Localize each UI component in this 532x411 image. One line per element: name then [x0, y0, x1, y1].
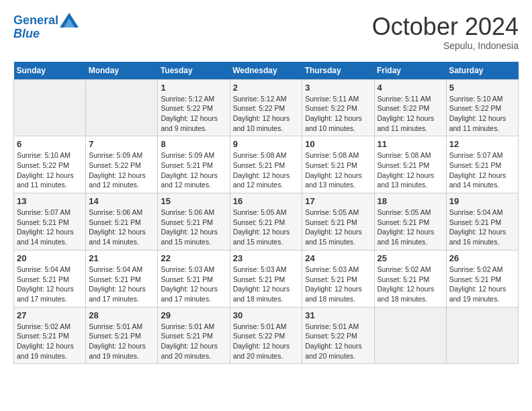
- day-detail: Sunrise: 5:04 AMSunset: 5:21 PMDaylight:…: [89, 265, 154, 304]
- day-number: 22: [161, 253, 226, 263]
- day-number: 5: [449, 83, 515, 93]
- day-number: 19: [449, 196, 515, 206]
- day-detail: Sunrise: 5:08 AMSunset: 5:21 PMDaylight:…: [378, 150, 443, 190]
- calendar-cell: [86, 79, 158, 136]
- day-detail: Sunrise: 5:12 AMSunset: 5:22 PMDaylight:…: [161, 94, 226, 134]
- day-detail: Sunrise: 5:02 AMSunset: 5:21 PMDaylight:…: [449, 265, 515, 304]
- day-number: 24: [305, 253, 371, 263]
- day-number: 8: [161, 139, 226, 149]
- month-title: October 2024: [372, 13, 519, 40]
- day-number: 26: [449, 253, 515, 263]
- weekday-header-sunday: Sunday: [14, 62, 86, 80]
- weekday-header-saturday: Saturday: [446, 62, 518, 80]
- day-detail: Sunrise: 5:03 AMSunset: 5:21 PMDaylight:…: [233, 265, 300, 304]
- day-detail: Sunrise: 5:05 AMSunset: 5:21 PMDaylight:…: [305, 208, 371, 247]
- day-number: 12: [449, 139, 515, 149]
- calendar-cell: 4Sunrise: 5:11 AMSunset: 5:22 PMDaylight…: [374, 79, 446, 136]
- calendar-week-4: 20Sunrise: 5:04 AMSunset: 5:21 PMDayligh…: [14, 250, 519, 307]
- logo-icon: [60, 13, 79, 28]
- day-detail: Sunrise: 5:04 AMSunset: 5:21 PMDaylight:…: [17, 265, 83, 304]
- day-number: 14: [89, 196, 154, 206]
- day-detail: Sunrise: 5:06 AMSunset: 5:21 PMDaylight:…: [89, 208, 154, 247]
- weekday-header-monday: Monday: [86, 62, 158, 80]
- page-header: General Blue October 2024 Sepulu, Indone…: [13, 13, 519, 51]
- calendar-cell: 23Sunrise: 5:03 AMSunset: 5:21 PMDayligh…: [230, 250, 302, 307]
- day-detail: Sunrise: 5:02 AMSunset: 5:21 PMDaylight:…: [17, 322, 83, 361]
- day-detail: Sunrise: 5:11 AMSunset: 5:22 PMDaylight:…: [305, 94, 371, 134]
- day-number: 17: [305, 196, 371, 206]
- calendar-cell: 12Sunrise: 5:07 AMSunset: 5:21 PMDayligh…: [446, 136, 518, 193]
- calendar-week-2: 6Sunrise: 5:10 AMSunset: 5:22 PMDaylight…: [14, 136, 519, 193]
- calendar-cell: 27Sunrise: 5:02 AMSunset: 5:21 PMDayligh…: [14, 307, 86, 364]
- day-detail: Sunrise: 5:03 AMSunset: 5:21 PMDaylight:…: [305, 265, 371, 304]
- day-number: 10: [305, 139, 371, 149]
- calendar-cell: 16Sunrise: 5:05 AMSunset: 5:21 PMDayligh…: [230, 193, 302, 250]
- calendar-cell: 11Sunrise: 5:08 AMSunset: 5:21 PMDayligh…: [374, 136, 446, 193]
- day-number: 20: [17, 253, 83, 263]
- day-detail: Sunrise: 5:11 AMSunset: 5:22 PMDaylight:…: [378, 94, 443, 134]
- logo-blue-text: Blue: [13, 27, 79, 42]
- day-number: 29: [161, 310, 226, 320]
- day-number: 6: [17, 139, 83, 149]
- calendar-cell: 1Sunrise: 5:12 AMSunset: 5:22 PMDaylight…: [158, 79, 230, 136]
- calendar-cell: 31Sunrise: 5:01 AMSunset: 5:22 PMDayligh…: [302, 307, 374, 364]
- logo: General Blue: [13, 13, 79, 41]
- day-number: 31: [305, 310, 371, 320]
- calendar-cell: [446, 307, 518, 364]
- calendar-cell: [14, 79, 86, 136]
- day-number: 30: [233, 310, 300, 320]
- day-number: 27: [17, 310, 83, 320]
- weekday-header-friday: Friday: [374, 62, 446, 80]
- day-detail: Sunrise: 5:09 AMSunset: 5:22 PMDaylight:…: [89, 150, 154, 190]
- calendar-week-1: 1Sunrise: 5:12 AMSunset: 5:22 PMDaylight…: [14, 79, 519, 136]
- calendar-cell: 2Sunrise: 5:12 AMSunset: 5:22 PMDaylight…: [230, 79, 302, 136]
- day-detail: Sunrise: 5:10 AMSunset: 5:22 PMDaylight:…: [17, 150, 83, 190]
- day-detail: Sunrise: 5:03 AMSunset: 5:21 PMDaylight:…: [161, 265, 226, 304]
- day-detail: Sunrise: 5:05 AMSunset: 5:21 PMDaylight:…: [233, 208, 300, 247]
- day-number: 21: [89, 253, 154, 263]
- day-number: 15: [161, 196, 226, 206]
- calendar-cell: 3Sunrise: 5:11 AMSunset: 5:22 PMDaylight…: [302, 79, 374, 136]
- day-detail: Sunrise: 5:02 AMSunset: 5:21 PMDaylight:…: [378, 265, 443, 304]
- day-detail: Sunrise: 5:01 AMSunset: 5:21 PMDaylight:…: [161, 322, 226, 361]
- day-detail: Sunrise: 5:10 AMSunset: 5:22 PMDaylight:…: [449, 94, 515, 134]
- calendar-cell: 9Sunrise: 5:08 AMSunset: 5:21 PMDaylight…: [230, 136, 302, 193]
- title-block: October 2024 Sepulu, Indonesia: [372, 13, 519, 51]
- day-detail: Sunrise: 5:01 AMSunset: 5:21 PMDaylight:…: [89, 322, 154, 361]
- day-detail: Sunrise: 5:06 AMSunset: 5:21 PMDaylight:…: [161, 208, 226, 247]
- weekday-header-tuesday: Tuesday: [158, 62, 230, 80]
- weekday-header-thursday: Thursday: [302, 62, 374, 80]
- calendar-cell: 25Sunrise: 5:02 AMSunset: 5:21 PMDayligh…: [374, 250, 446, 307]
- day-detail: Sunrise: 5:09 AMSunset: 5:21 PMDaylight:…: [161, 150, 226, 190]
- calendar-cell: 24Sunrise: 5:03 AMSunset: 5:21 PMDayligh…: [302, 250, 374, 307]
- day-detail: Sunrise: 5:05 AMSunset: 5:21 PMDaylight:…: [378, 208, 443, 247]
- day-number: 7: [89, 139, 154, 149]
- day-number: 28: [89, 310, 154, 320]
- day-number: 2: [233, 83, 300, 93]
- location: Sepulu, Indonesia: [372, 40, 519, 51]
- logo-text: General: [13, 13, 58, 28]
- day-number: 4: [378, 83, 443, 93]
- day-number: 9: [233, 139, 300, 149]
- calendar-cell: 14Sunrise: 5:06 AMSunset: 5:21 PMDayligh…: [86, 193, 158, 250]
- weekday-header-row: SundayMondayTuesdayWednesdayThursdayFrid…: [14, 62, 519, 80]
- calendar-cell: 28Sunrise: 5:01 AMSunset: 5:21 PMDayligh…: [86, 307, 158, 364]
- calendar-cell: 10Sunrise: 5:08 AMSunset: 5:21 PMDayligh…: [302, 136, 374, 193]
- calendar-cell: 21Sunrise: 5:04 AMSunset: 5:21 PMDayligh…: [86, 250, 158, 307]
- day-detail: Sunrise: 5:04 AMSunset: 5:21 PMDaylight:…: [449, 208, 515, 247]
- calendar-cell: 17Sunrise: 5:05 AMSunset: 5:21 PMDayligh…: [302, 193, 374, 250]
- calendar-week-3: 13Sunrise: 5:07 AMSunset: 5:21 PMDayligh…: [14, 193, 519, 250]
- day-number: 23: [233, 253, 300, 263]
- calendar-table: SundayMondayTuesdayWednesdayThursdayFrid…: [13, 62, 519, 365]
- day-number: 1: [161, 83, 226, 93]
- calendar-week-5: 27Sunrise: 5:02 AMSunset: 5:21 PMDayligh…: [14, 307, 519, 364]
- calendar-cell: 20Sunrise: 5:04 AMSunset: 5:21 PMDayligh…: [14, 250, 86, 307]
- calendar-cell: 15Sunrise: 5:06 AMSunset: 5:21 PMDayligh…: [158, 193, 230, 250]
- day-number: 11: [378, 139, 443, 149]
- day-number: 13: [17, 196, 83, 206]
- day-detail: Sunrise: 5:07 AMSunset: 5:21 PMDaylight:…: [17, 208, 83, 247]
- day-number: 3: [305, 83, 371, 93]
- calendar-cell: 18Sunrise: 5:05 AMSunset: 5:21 PMDayligh…: [374, 193, 446, 250]
- calendar-cell: 7Sunrise: 5:09 AMSunset: 5:22 PMDaylight…: [86, 136, 158, 193]
- calendar-cell: [374, 307, 446, 364]
